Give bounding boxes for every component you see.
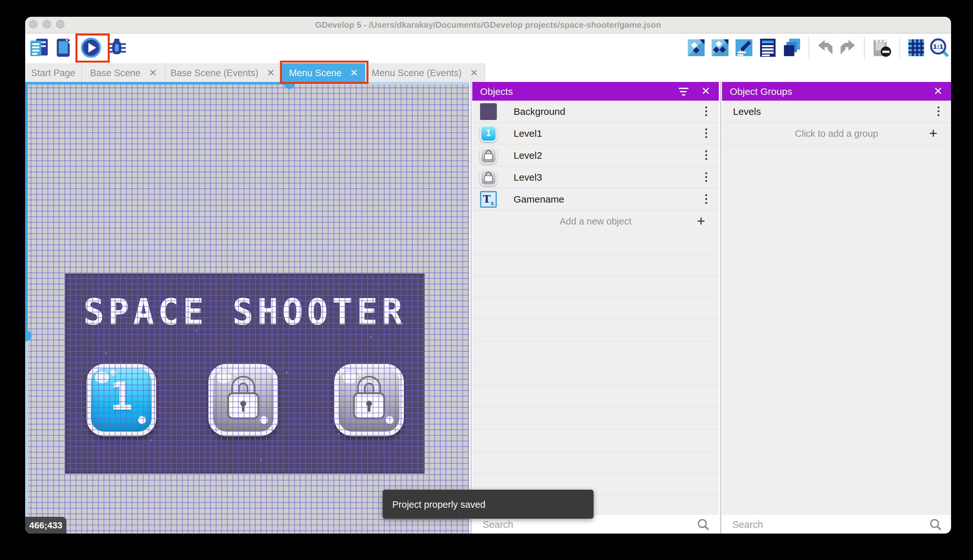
groups-search-input[interactable] <box>732 519 929 530</box>
vertical-scrollbar-thumb[interactable] <box>25 330 32 341</box>
titlebar: GDevelop 5 - /Users/dkarakay/Documents/G… <box>25 17 951 33</box>
scene-toolbar-right: 1:1 <box>686 34 949 61</box>
empty-row <box>472 320 719 342</box>
zoom-1-1-icon[interactable]: 1:1 <box>930 38 949 57</box>
star-dot <box>260 459 262 461</box>
panel-title: Objects <box>480 86 679 97</box>
tab-label: Base Scene <box>90 67 140 78</box>
cursor-coordinates: 466;433 <box>25 517 67 533</box>
object-row-level2[interactable]: Level2 <box>472 145 719 167</box>
annotation-box-play <box>75 33 110 63</box>
level2-button-instance[interactable] <box>208 364 278 436</box>
object-menu-icon[interactable] <box>705 172 707 182</box>
star-dot <box>105 352 107 354</box>
tab-label: Menu Scene (Events) <box>372 67 462 78</box>
empty-row <box>472 254 719 276</box>
object-name: Background <box>513 106 705 117</box>
add-object-label: Add a new object <box>472 216 697 227</box>
tab-start-page[interactable]: Start Page <box>25 63 82 82</box>
level3-button-instance[interactable] <box>334 364 404 436</box>
lock-icon <box>353 377 385 420</box>
object-row-level1[interactable]: 1 Level1 <box>472 123 719 145</box>
filter-icon[interactable] <box>679 87 688 95</box>
toolbar-separator <box>864 37 865 59</box>
screenshot-stage: GDevelop 5 - /Users/dkarakay/Documents/G… <box>0 0 973 560</box>
gloss-dot <box>386 416 393 424</box>
level1-button-instance[interactable]: 1 <box>87 364 156 436</box>
panel-divider[interactable] <box>719 82 722 533</box>
search-icon[interactable] <box>697 518 710 531</box>
object-thumbnail: Tx <box>480 191 497 207</box>
scene-title-text-instance[interactable]: SPACE SHOOTER <box>67 291 423 333</box>
empty-row <box>472 298 719 320</box>
tab-base-scene[interactable]: Base Scene ✕ <box>82 63 166 82</box>
edit-scene-icon[interactable] <box>734 38 754 57</box>
tab-menu-scene-events[interactable]: Menu Scene (Events) ✕ <box>365 63 485 82</box>
project-manager-icon[interactable] <box>29 37 50 58</box>
grid-icon[interactable] <box>907 38 925 57</box>
properties-list-icon[interactable] <box>758 38 778 57</box>
tab-label: Base Scene (Events) <box>170 67 258 78</box>
group-menu-icon[interactable] <box>937 107 940 117</box>
groups-search-bar <box>722 515 951 533</box>
close-panel-icon[interactable]: ✕ <box>934 85 943 98</box>
add-group-plus-icon[interactable]: + <box>929 127 941 139</box>
panel-title: Object Groups <box>730 86 934 97</box>
objects-panel: Objects ✕ Background 1 Level1 <box>472 82 719 533</box>
object-row-level3[interactable]: Level3 <box>472 167 719 188</box>
redo-icon[interactable] <box>839 38 857 57</box>
toolbar-separator <box>900 37 900 59</box>
object-row-background[interactable]: Background <box>472 101 719 123</box>
scene-canvas[interactable]: SPACE SHOOTER 1 <box>25 82 469 533</box>
gloss-dot <box>260 416 268 424</box>
search-icon[interactable] <box>929 518 942 531</box>
vertical-scrollbar[interactable] <box>25 82 27 533</box>
star-dot <box>150 439 152 441</box>
render-mask-icon[interactable] <box>872 38 892 57</box>
add-group-icon[interactable] <box>710 38 730 57</box>
toast-message: Project properly saved <box>392 499 485 509</box>
object-menu-icon[interactable] <box>705 150 707 160</box>
object-groups-panel-header: Object Groups ✕ <box>722 82 951 101</box>
annotation-box-menu-scene-tab <box>280 61 368 84</box>
object-menu-icon[interactable] <box>705 194 707 204</box>
object-thumbnail <box>480 103 497 120</box>
level-number: 1 <box>91 373 152 419</box>
group-row-levels[interactable]: Levels <box>722 101 951 123</box>
object-thumbnail: 1 <box>480 125 497 142</box>
preview-icon[interactable] <box>53 37 74 58</box>
tab-base-scene-events[interactable]: Base Scene (Events) ✕ <box>166 63 280 82</box>
tab-close-icon[interactable]: ✕ <box>267 67 275 78</box>
object-name: Level3 <box>513 172 705 183</box>
layers-icon[interactable] <box>782 38 801 57</box>
object-name: Level2 <box>513 150 705 161</box>
star-dot <box>286 372 288 373</box>
add-object-row[interactable]: Add a new object + <box>472 210 719 232</box>
add-group-row[interactable]: Click to add a group + <box>722 123 951 145</box>
undo-icon[interactable] <box>816 38 834 57</box>
add-object-icon[interactable] <box>686 38 706 57</box>
objects-search-input[interactable] <box>483 519 697 530</box>
panel-divider[interactable] <box>469 82 472 533</box>
object-thumbnail <box>480 147 497 163</box>
add-group-label: Click to add a group <box>722 128 929 138</box>
tab-close-icon[interactable]: ✕ <box>149 67 157 78</box>
lock-icon <box>227 377 259 420</box>
tab-close-icon[interactable]: ✕ <box>470 67 478 78</box>
object-menu-icon[interactable] <box>705 107 707 117</box>
object-name: Level1 <box>513 128 705 139</box>
object-menu-icon[interactable] <box>705 128 707 138</box>
main-toolbar: 1:1 <box>25 34 951 61</box>
add-object-plus-icon[interactable]: + <box>697 215 708 227</box>
empty-row <box>472 342 719 364</box>
empty-row <box>472 386 719 408</box>
svg-text:1:1: 1:1 <box>933 43 943 50</box>
game-scene-background[interactable]: SPACE SHOOTER 1 <box>65 273 425 473</box>
star-dot <box>370 336 372 338</box>
empty-row <box>472 452 719 473</box>
close-panel-icon[interactable]: ✕ <box>701 85 711 98</box>
object-name: Gamename <box>513 193 705 205</box>
gdevelop-window: GDevelop 5 - /Users/dkarakay/Documents/G… <box>25 17 951 533</box>
object-row-gamename[interactable]: Tx Gamename <box>472 188 719 210</box>
horizontal-scrollbar[interactable] <box>25 82 469 84</box>
